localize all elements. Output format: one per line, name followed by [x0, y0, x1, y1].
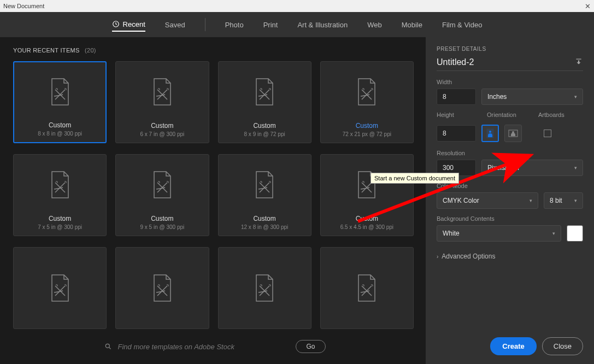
tab-web[interactable]: Web [367, 19, 382, 31]
document-icon [253, 62, 276, 122]
footer-buttons: Create Close [437, 331, 583, 355]
preset-dimensions: 6 x 7 in @ 300 ppi [140, 131, 184, 137]
tab-label: Saved [165, 21, 185, 29]
preset-card[interactable]: Custom72 x 21 px @ 72 ppi [320, 61, 414, 143]
preset-card[interactable]: Custom9 x 5 in @ 300 ppi [115, 154, 209, 236]
preset-name: Custom [340, 215, 393, 222]
svg-point-3 [489, 131, 491, 133]
preset-dimensions: 8 x 9 in @ 72 ppi [244, 131, 285, 137]
recent-items-heading: YOUR RECENT ITEMS (20) [13, 47, 417, 54]
document-icon [253, 155, 276, 215]
document-icon [151, 62, 174, 122]
go-button[interactable]: Go [296, 340, 325, 353]
chevron-down-icon: ▾ [574, 198, 577, 203]
colormode-select[interactable]: CMYK Color ▾ [437, 192, 538, 209]
tab-label: Film & Video [442, 21, 482, 29]
landscape-icon [508, 130, 518, 137]
category-tabs: Recent Saved Photo Print Art & Illustrat… [0, 12, 594, 37]
tab-saved[interactable]: Saved [165, 19, 185, 31]
bitdepth-value: 8 bit [550, 197, 562, 204]
bg-value: White [443, 230, 460, 237]
presets-panel: YOUR RECENT ITEMS (20) Custom8 x 8 in @ … [0, 37, 426, 364]
advanced-label: Advanced Options [442, 253, 495, 260]
orientation-landscape[interactable] [504, 125, 522, 142]
document-icon [49, 248, 72, 328]
preset-dimensions: 6.5 x 4.5 in @ 300 ppi [340, 224, 393, 230]
preset-card[interactable]: Custom6 x 7 in @ 300 ppi [115, 61, 209, 143]
height-label: Height [437, 111, 476, 118]
document-icon [49, 155, 72, 215]
chevron-right-icon: › [437, 254, 438, 260]
preset-card[interactable] [218, 247, 311, 329]
artboards-checkbox[interactable] [544, 130, 551, 137]
search-placeholder: Find more templates on Adobe Stock [117, 343, 234, 351]
bg-color-swatch[interactable] [567, 225, 583, 242]
close-icon[interactable]: ✕ [585, 2, 591, 10]
preset-dimensions: 8 x 8 in @ 300 ppi [38, 131, 82, 137]
save-preset-icon[interactable] [574, 58, 583, 66]
tab-recent[interactable]: Recent [112, 18, 145, 32]
preset-card[interactable] [115, 247, 209, 329]
preset-name: Custom [343, 122, 391, 130]
portrait-icon [486, 128, 494, 138]
preset-name: Custom [140, 122, 184, 130]
tab-divider [205, 18, 205, 31]
preset-card[interactable]: Custom8 x 9 in @ 72 ppi [218, 61, 311, 143]
preset-name: Custom [244, 122, 285, 130]
preset-dimensions: 9 x 5 in @ 300 ppi [140, 224, 184, 230]
search-input-wrap[interactable]: Find more templates on Adobe Stock [104, 343, 290, 351]
preset-card[interactable] [13, 247, 107, 329]
preset-dimensions: 7 x 5 in @ 300 ppi [38, 224, 82, 230]
create-button[interactable]: Create [490, 337, 536, 355]
document-icon [151, 155, 174, 215]
preset-grid: Custom8 x 8 in @ 300 ppiCustom6 x 7 in @… [13, 61, 417, 331]
preset-card[interactable]: Custom7 x 5 in @ 300 ppi [13, 154, 107, 236]
orientation-label: Orientation [487, 111, 527, 118]
tab-film[interactable]: Film & Video [442, 19, 482, 31]
preset-card[interactable] [320, 247, 414, 329]
preset-name: Custom [38, 121, 82, 129]
tab-label: Photo [225, 21, 244, 29]
chevron-down-icon: ▾ [574, 94, 577, 99]
preset-details-panel: PRESET DETAILS Untitled-2 Width Inches ▾… [426, 37, 594, 364]
tab-photo[interactable]: Photo [225, 19, 244, 31]
preset-card[interactable]: Custom6.5 x 4.5 in @ 300 ppi [320, 154, 414, 236]
units-value: Inches [487, 93, 507, 101]
bitdepth-select[interactable]: 8 bit ▾ [544, 192, 583, 209]
resolution-units-select[interactable]: Pixels/Inch ▾ [481, 160, 583, 176]
document-icon [49, 62, 72, 121]
tab-label: Mobile [402, 21, 422, 29]
tab-art[interactable]: Art & Illustration [297, 19, 348, 31]
bg-select[interactable]: White ▾ [437, 225, 561, 242]
preset-name: Custom [241, 215, 288, 222]
stock-search-bar: Find more templates on Adobe Stock Go [13, 331, 417, 359]
tab-label: Print [263, 21, 278, 29]
dialog-content: Recent Saved Photo Print Art & Illustrat… [0, 12, 594, 364]
artboards-label: Artboards [538, 111, 564, 118]
dialog-body: YOUR RECENT ITEMS (20) Custom8 x 8 in @ … [0, 37, 594, 364]
width-input[interactable] [437, 89, 476, 105]
tab-print[interactable]: Print [263, 19, 278, 31]
height-input[interactable] [437, 125, 476, 142]
bg-label: Background Contents [437, 215, 583, 222]
heading-text: YOUR RECENT ITEMS [13, 47, 80, 54]
tab-mobile[interactable]: Mobile [402, 19, 422, 31]
chevron-down-icon: ▾ [552, 231, 555, 236]
clock-icon [112, 20, 120, 28]
orientation-portrait[interactable] [481, 125, 499, 142]
preset-dimensions: 72 x 21 px @ 72 ppi [343, 131, 391, 137]
preset-dimensions: 12 x 8 in @ 300 ppi [241, 224, 288, 230]
preset-card[interactable]: Custom8 x 8 in @ 300 ppi [13, 61, 107, 143]
hover-tooltip: Start a new Custom document [370, 173, 459, 184]
document-icon [355, 248, 378, 328]
units-select[interactable]: Inches ▾ [481, 89, 583, 105]
width-label: Width [437, 79, 583, 85]
document-name-input[interactable]: Untitled-2 [437, 57, 474, 67]
tab-label: Art & Illustration [297, 21, 348, 29]
preset-card[interactable]: Custom12 x 8 in @ 300 ppi [218, 154, 311, 236]
preset-name: Custom [140, 215, 184, 222]
advanced-options-toggle[interactable]: › Advanced Options [437, 253, 583, 260]
close-button[interactable]: Close [542, 337, 583, 355]
document-icon [151, 248, 174, 328]
heading-count: (20) [85, 47, 96, 54]
